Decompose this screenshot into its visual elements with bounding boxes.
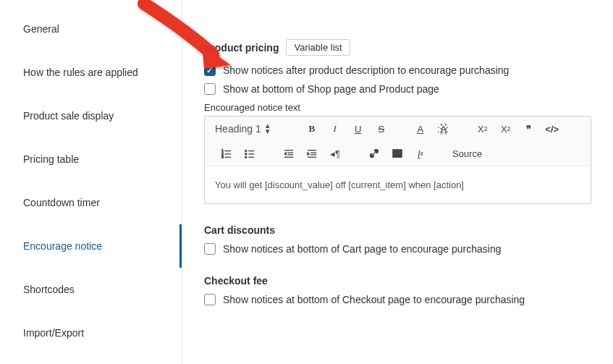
bold-icon[interactable]: B [304, 121, 320, 137]
show-bottom-shop-product-label: Show at bottom of Shop page and Product … [223, 83, 439, 95]
encouraged-notice-text-label: Encouraged notice text [204, 102, 591, 113]
sidebar-item-rules-applied[interactable]: How the rules are applied [0, 51, 182, 94]
subscript-icon[interactable]: X2 [475, 121, 491, 137]
code-icon[interactable]: </> [544, 121, 560, 137]
svg-point-7 [245, 150, 247, 152]
settings-sidebar: General How the rules are applied Produc… [0, 0, 182, 364]
indent-icon[interactable] [304, 145, 320, 161]
editor-toolbar: Heading 1 ▲▼ B I U S A A X2 X2 ❞ </> 123 [205, 117, 591, 166]
background-color-icon[interactable]: A [436, 121, 452, 137]
sidebar-item-pricing-table[interactable]: Pricing table [0, 137, 182, 181]
svg-marker-22 [308, 152, 310, 155]
text-color-icon[interactable]: A [413, 121, 428, 137]
link-icon[interactable] [366, 145, 382, 161]
settings-main: Product pricing Variable list Show notic… [182, 0, 613, 364]
sidebar-item-shortcodes[interactable]: Shortcodes [0, 268, 182, 311]
unordered-list-icon[interactable] [242, 145, 258, 161]
svg-point-11 [245, 156, 247, 158]
blockquote-icon[interactable]: ❞ [521, 121, 537, 137]
show-bottom-shop-product-checkbox[interactable] [204, 83, 216, 95]
paragraph-direction-icon[interactable]: ◂¶ [327, 145, 343, 161]
cart-notices-label: Show notices at bottom of Cart page to e… [223, 243, 501, 255]
variable-list-button[interactable]: Variable list [286, 39, 350, 56]
cart-notices-checkbox[interactable] [204, 243, 216, 255]
ordered-list-icon[interactable]: 123 [219, 145, 234, 161]
product-pricing-title: Product pricing [204, 42, 279, 54]
heading-dropdown[interactable]: Heading 1 ▲▼ [215, 123, 271, 135]
show-notices-after-description-label: Show notices after product description t… [223, 64, 509, 76]
rich-text-editor: Heading 1 ▲▼ B I U S A A X2 X2 ❞ </> 123 [204, 116, 591, 204]
editor-content[interactable]: You will get [discount_value] off [curre… [205, 166, 591, 203]
show-notices-after-description-checkbox[interactable] [204, 64, 216, 76]
source-button[interactable]: Source [452, 145, 482, 161]
checkout-notices-checkbox[interactable] [204, 294, 216, 305]
underline-icon[interactable]: U [350, 121, 366, 137]
sidebar-item-general[interactable]: General [0, 7, 182, 51]
svg-text:3: 3 [221, 155, 224, 158]
image-icon[interactable] [389, 145, 405, 161]
sidebar-item-countdown-timer[interactable]: Countdown timer [0, 181, 182, 224]
sidebar-item-product-sale-display[interactable]: Product sale display [0, 94, 182, 137]
checkout-fee-title: Checkout fee [204, 275, 591, 287]
outdent-icon[interactable] [281, 145, 297, 161]
svg-point-9 [245, 153, 247, 156]
sidebar-item-encourage-notice[interactable]: Encourage notice [0, 224, 182, 268]
superscript-icon[interactable]: X2 [498, 121, 514, 137]
italic-icon[interactable]: I [327, 121, 343, 137]
sidebar-item-import-export[interactable]: Import/Export [0, 311, 182, 355]
clear-format-icon[interactable]: Ix [413, 145, 428, 161]
checkout-notices-label: Show notices at bottom of Checkout page … [223, 294, 525, 305]
svg-marker-17 [284, 152, 287, 155]
cart-discounts-title: Cart discounts [204, 224, 591, 236]
strikethrough-icon[interactable]: S [373, 121, 389, 137]
svg-point-24 [394, 151, 396, 153]
